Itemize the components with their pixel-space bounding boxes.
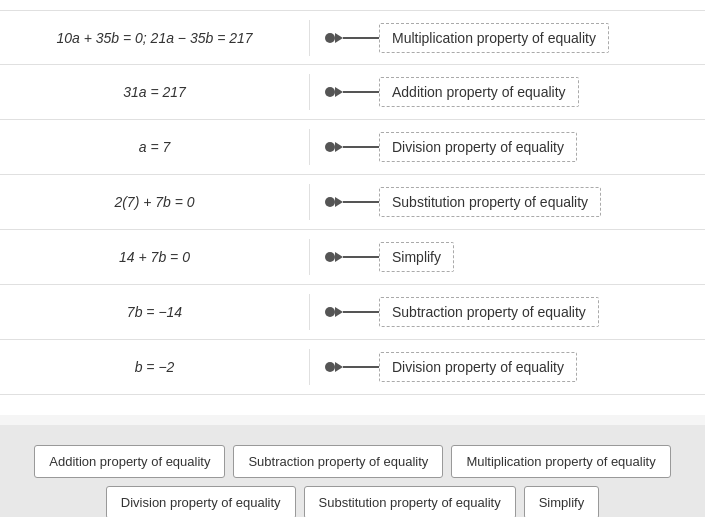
proof-reason: Multiplication property of equality [310, 13, 705, 63]
bank-button[interactable]: Simplify [524, 486, 600, 517]
proof-row: b = −2Division property of equality [0, 340, 705, 395]
proof-reason: Subtraction property of equality [310, 287, 705, 337]
proof-statement: 2(7) + 7b = 0 [0, 184, 310, 220]
bank-button[interactable]: Subtraction property of equality [233, 445, 443, 478]
connector-arrow [325, 33, 379, 43]
bank-button[interactable]: Addition property of equality [34, 445, 225, 478]
proof-statement: 31a = 217 [0, 74, 310, 110]
bank-button[interactable]: Multiplication property of equality [451, 445, 670, 478]
proof-row: 2(7) + 7b = 0Substitution property of eq… [0, 175, 705, 230]
proof-statement: 10a + 35b = 0; 21a − 35b = 217 [0, 20, 310, 56]
bank-button[interactable]: Division property of equality [106, 486, 296, 517]
connector-arrow [325, 142, 379, 152]
proof-row: 10a + 35b = 0; 21a − 35b = 217Multiplica… [0, 10, 705, 65]
proof-reason: Simplify [310, 232, 705, 282]
connector-arrow [325, 307, 379, 317]
proof-reason: Division property of equality [310, 122, 705, 172]
reason-box: Addition property of equality [379, 77, 579, 107]
arrow-head-icon [335, 362, 343, 372]
reason-box: Substitution property of equality [379, 187, 601, 217]
connector-arrow [325, 197, 379, 207]
proof-row: 31a = 217Addition property of equality [0, 65, 705, 120]
connector-arrow [325, 362, 379, 372]
proof-statement: b = −2 [0, 349, 310, 385]
proof-statement: 7b = −14 [0, 294, 310, 330]
reason-box: Division property of equality [379, 132, 577, 162]
proof-row: 7b = −14Subtraction property of equality [0, 285, 705, 340]
arrow-head-icon [335, 87, 343, 97]
arrow-head-icon [335, 197, 343, 207]
proof-row: a = 7Division property of equality [0, 120, 705, 175]
arrow-head-icon [335, 307, 343, 317]
reason-box: Multiplication property of equality [379, 23, 609, 53]
proof-reason: Substitution property of equality [310, 177, 705, 227]
proof-reason: Division property of equality [310, 342, 705, 392]
connector-arrow [325, 87, 379, 97]
bank-buttons-container: Addition property of equalitySubtraction… [15, 445, 690, 517]
reason-box: Subtraction property of equality [379, 297, 599, 327]
arrow-head-icon [335, 33, 343, 43]
arrow-head-icon [335, 252, 343, 262]
proof-statement: 14 + 7b = 0 [0, 239, 310, 275]
proof-statement: a = 7 [0, 129, 310, 165]
proof-reason: Addition property of equality [310, 67, 705, 117]
connector-arrow [325, 252, 379, 262]
bank-button[interactable]: Substitution property of equality [304, 486, 516, 517]
answer-bank: Addition property of equalitySubtraction… [0, 425, 705, 517]
proof-row: 14 + 7b = 0Simplify [0, 230, 705, 285]
arrow-head-icon [335, 142, 343, 152]
reason-box: Simplify [379, 242, 454, 272]
proof-table: 10a + 35b = 0; 21a − 35b = 217Multiplica… [0, 0, 705, 415]
reason-box: Division property of equality [379, 352, 577, 382]
